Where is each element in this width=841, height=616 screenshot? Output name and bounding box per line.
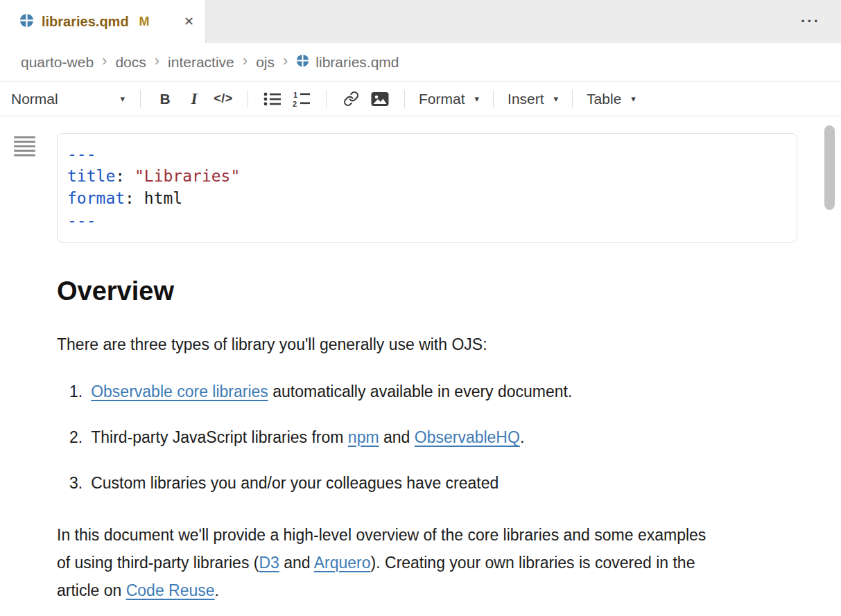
link-npm[interactable]: npm — [348, 428, 379, 446]
text-segment: Third-party JavaScript libraries from — [91, 428, 348, 446]
bullet-list-button[interactable] — [258, 86, 287, 112]
yaml-format-line: format: html — [67, 187, 786, 209]
chevron-right-icon: › — [102, 53, 107, 71]
link-arquero[interactable]: Arquero — [314, 554, 371, 572]
toolbar-divider — [493, 90, 494, 108]
list-item-text: Third-party JavaScript libraries from np… — [91, 427, 524, 448]
tab-title: libraries.qmd — [42, 14, 129, 30]
format-menu-label: Format — [419, 91, 465, 107]
drag-handle-icon[interactable] — [14, 136, 35, 159]
outro-paragraph[interactable]: In this document we'll provide a high-le… — [57, 521, 716, 604]
tab-libraries-qmd[interactable]: libraries.qmd M ✕ — [0, 0, 206, 43]
toolbar-divider — [404, 90, 405, 108]
image-icon — [371, 91, 389, 107]
list-item-2[interactable]: 2. Third-party JavaScript libraries from… — [57, 427, 841, 448]
svg-text:1: 1 — [293, 91, 297, 99]
table-menu[interactable]: Table ▾ — [582, 86, 640, 112]
breadcrumb: quarto-web › docs › interactive › ojs › … — [0, 43, 841, 81]
link-observable-core-libraries[interactable]: Observable core libraries — [91, 382, 268, 401]
link-icon — [343, 91, 359, 107]
italic-button[interactable]: I — [180, 86, 209, 112]
heading-overview[interactable]: Overview — [57, 276, 841, 306]
editor-window: libraries.qmd M ✕ ··· quarto-web › docs … — [0, 0, 841, 616]
breadcrumb-item-ojs[interactable]: ojs — [256, 54, 275, 71]
link-d3[interactable]: D3 — [259, 554, 279, 572]
link-observablehq[interactable]: ObservableHQ — [415, 428, 520, 446]
ordered-list: 1. Observable core libraries automatical… — [57, 381, 841, 493]
toolbar-divider — [326, 90, 327, 108]
breadcrumb-item-interactive[interactable]: interactive — [168, 54, 234, 71]
tab-bar: libraries.qmd M ✕ ··· — [0, 0, 841, 43]
svg-text:2: 2 — [293, 100, 297, 107]
breadcrumb-item-docs[interactable]: docs — [115, 54, 146, 71]
insert-menu-label: Insert — [508, 91, 544, 107]
more-actions-icon[interactable]: ··· — [801, 14, 820, 29]
yaml-fence-close: --- — [67, 209, 786, 231]
text-segment: automatically available in every documen… — [268, 382, 573, 401]
bold-icon: B — [159, 91, 170, 107]
bold-button[interactable]: B — [150, 86, 180, 112]
yaml-title-line: title: "Libraries" — [67, 165, 786, 187]
insert-link-button[interactable] — [336, 86, 365, 112]
editor-toolbar: Normal ▾ B I </> 1 — [0, 81, 841, 116]
text-segment: and — [379, 428, 415, 446]
modified-badge: M — [139, 15, 150, 29]
format-menu[interactable]: Format ▾ — [415, 86, 483, 112]
list-marker: 1. — [69, 381, 83, 402]
code-icon: </> — [214, 91, 233, 106]
tab-strip: ··· — [206, 0, 841, 43]
toolbar-divider — [248, 90, 248, 108]
bullet-list-icon — [263, 91, 281, 107]
list-marker: 3. — [69, 473, 83, 493]
text-segment: . — [520, 428, 524, 446]
chevron-down-icon: ▾ — [554, 94, 559, 104]
insert-menu[interactable]: Insert ▾ — [503, 86, 562, 112]
chevron-down-icon: ▾ — [120, 94, 125, 104]
link-code-reuse[interactable]: Code Reuse — [126, 581, 215, 599]
toolbar-divider — [572, 90, 573, 108]
numbered-list-icon: 1 2 — [293, 91, 311, 107]
paragraph-style-dropdown[interactable]: Normal ▾ — [8, 86, 130, 112]
yaml-fence-open: --- — [67, 143, 786, 165]
chevron-down-icon: ▾ — [475, 94, 480, 104]
chevron-down-icon: ▾ — [631, 94, 636, 104]
italic-icon: I — [191, 90, 198, 108]
table-menu-label: Table — [587, 91, 621, 107]
chevron-right-icon: › — [155, 53, 159, 71]
list-item-1[interactable]: 1. Observable core libraries automatical… — [57, 381, 841, 402]
list-item-text: Custom libraries you and/or your colleag… — [91, 473, 498, 493]
breadcrumb-item-file[interactable]: libraries.qmd — [296, 54, 399, 71]
close-tab-icon[interactable]: ✕ — [184, 14, 194, 29]
text-segment: Custom libraries you and/or your colleag… — [91, 474, 498, 492]
inline-code-button[interactable]: </> — [209, 86, 238, 112]
paragraph-style-label: Normal — [11, 91, 58, 107]
quarto-file-icon — [296, 54, 309, 71]
list-item-text: Observable core libraries automatically … — [91, 381, 572, 402]
breadcrumb-file-label: libraries.qmd — [315, 54, 399, 71]
intro-paragraph[interactable]: There are three types of library you'll … — [57, 334, 841, 355]
breadcrumb-item-quarto-web[interactable]: quarto-web — [21, 54, 94, 71]
chevron-right-icon: › — [283, 53, 288, 71]
editor-canvas[interactable]: --- title: "Libraries" format: html --- … — [0, 116, 841, 616]
numbered-list-button[interactable]: 1 2 — [287, 86, 316, 112]
text-segment: and — [279, 554, 314, 572]
list-item-3[interactable]: 3. Custom libraries you and/or your coll… — [57, 473, 841, 493]
text-segment: . — [215, 581, 219, 599]
yaml-metadata-block[interactable]: --- title: "Libraries" format: html --- — [57, 133, 797, 243]
list-marker: 2. — [69, 427, 83, 448]
toolbar-divider — [140, 90, 141, 108]
chevron-right-icon: › — [243, 53, 248, 71]
insert-image-button[interactable] — [365, 86, 395, 112]
scrollbar-thumb[interactable] — [824, 125, 835, 210]
quarto-file-icon — [19, 13, 34, 30]
